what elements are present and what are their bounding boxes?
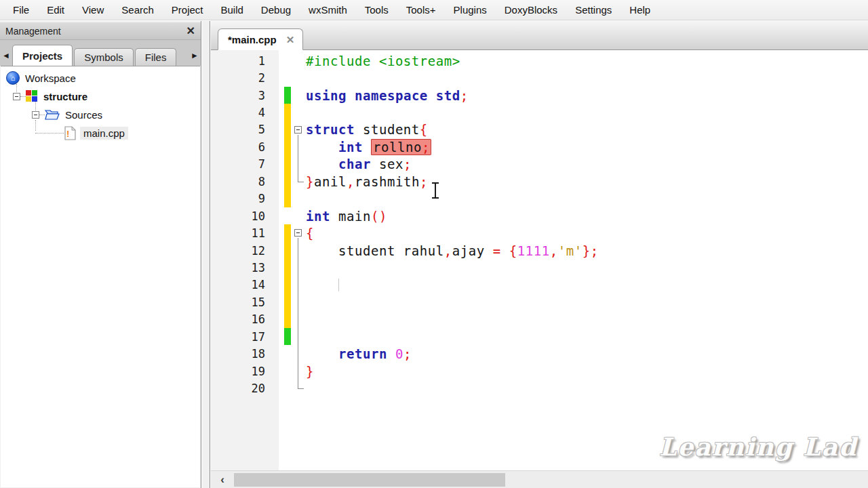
menu-item-file[interactable]: File (4, 1, 38, 18)
code-line-11[interactable]: 11{ (211, 224, 868, 241)
code-token: , (444, 243, 452, 258)
code-line-3[interactable]: 3using namespace std; (211, 87, 868, 104)
code-token: { (306, 226, 314, 241)
menu-item-tools-[interactable]: Tools+ (397, 1, 445, 18)
line-number[interactable]: 7 (211, 157, 279, 171)
line-number[interactable]: 5 (211, 123, 279, 136)
code-line-9[interactable]: 9 (211, 190, 868, 207)
tab-scroll-left-icon[interactable]: ◄ (0, 45, 12, 66)
code-line-8[interactable]: 8}anil,rashmith; (211, 173, 868, 190)
code-line-19[interactable]: 19} (211, 363, 868, 380)
line-number[interactable]: 3 (211, 89, 279, 102)
code-line-2[interactable]: 2 (211, 69, 868, 86)
code-line-4[interactable]: 4 (211, 104, 868, 121)
menu-item-view[interactable]: View (73, 1, 113, 18)
code-line-7[interactable]: 7 char sex; (211, 156, 868, 173)
change-bar-none (284, 345, 291, 362)
fold-margin (291, 242, 306, 259)
line-number[interactable]: 11 (211, 226, 279, 240)
tab-symbols[interactable]: Symbols (74, 48, 134, 66)
change-bar-yellow (284, 224, 291, 241)
line-number[interactable]: 10 (211, 209, 279, 223)
scroll-left-arrow-icon[interactable]: ‹ (214, 471, 231, 488)
code-line-14[interactable]: 14 (211, 277, 868, 293)
code-token: 1111 (517, 243, 550, 258)
menu-item-settings[interactable]: Settings (566, 1, 620, 18)
fold-collapse-icon[interactable] (294, 229, 302, 237)
code-line-6[interactable]: 6 int rollno; (211, 138, 868, 155)
code-area[interactable]: 1#include <iostream>23using namespace st… (211, 50, 868, 470)
tab-files-label: Files (145, 52, 167, 63)
menu-item-edit[interactable]: Edit (38, 1, 73, 18)
line-number[interactable]: 14 (211, 278, 279, 291)
code-line-15[interactable]: 15 (211, 293, 868, 310)
tree-item-file-main-cpp[interactable]: ! main.cpp (64, 125, 128, 140)
menu-item-project[interactable]: Project (163, 1, 212, 18)
fold-margin (291, 52, 306, 69)
line-number[interactable]: 9 (211, 192, 279, 205)
code-text: using namespace std; (306, 88, 469, 103)
tree-item-folder-sources[interactable]: Sources (45, 107, 102, 122)
menu-item-help[interactable]: Help (620, 1, 659, 18)
menu-item-search[interactable]: Search (113, 1, 163, 18)
tab-close-icon[interactable]: ✕ (286, 35, 295, 45)
tab-files[interactable]: Files (135, 48, 177, 66)
code-token: rashmith (355, 174, 420, 189)
line-number[interactable]: 4 (211, 106, 279, 119)
menu-item-debug[interactable]: Debug (252, 1, 300, 18)
fold-margin (291, 363, 306, 380)
tab-scroll-right-icon[interactable]: ► (189, 45, 201, 66)
line-number[interactable]: 19 (211, 365, 279, 378)
code-line-18[interactable]: 18 return 0; (211, 345, 868, 362)
panel-splitter[interactable] (202, 21, 210, 488)
code-token (306, 346, 338, 361)
menu-item-tools[interactable]: Tools (356, 1, 397, 18)
menu-bar: FileEditViewSearchProjectBuildDebugwxSmi… (0, 0, 868, 20)
code-line-1[interactable]: 1#include <iostream> (211, 52, 868, 69)
collapse-toggle-sources[interactable] (32, 111, 39, 119)
line-number[interactable]: 13 (211, 261, 279, 274)
code-line-10[interactable]: 10int main() (211, 207, 868, 224)
ibeam-cursor-icon (431, 182, 440, 199)
fold-margin (291, 345, 306, 362)
fold-margin (291, 207, 306, 224)
line-number[interactable]: 15 (211, 296, 279, 309)
change-bar-yellow (284, 277, 291, 293)
scrollbar-thumb[interactable] (234, 473, 505, 487)
line-number[interactable]: 12 (211, 244, 279, 258)
tree-connector (39, 115, 45, 115)
editor-pane: *main.cpp ✕ 1#include <iostream>23using … (211, 20, 868, 488)
fold-collapse-icon[interactable] (294, 126, 302, 134)
tree-item-project-structure[interactable]: structure (26, 89, 87, 104)
line-number[interactable]: 18 (211, 347, 279, 361)
code-line-13[interactable]: 13 (211, 259, 868, 276)
code-token (501, 243, 509, 258)
menu-item-plugins[interactable]: Plugins (445, 1, 496, 18)
menu-item-wxsmith[interactable]: wxSmith (300, 1, 356, 18)
line-number[interactable]: 2 (211, 71, 279, 85)
code-line-20[interactable]: 20 (211, 380, 868, 396)
code-line-12[interactable]: 12 student rahul,ajay = {1111,'m'}; (211, 242, 868, 259)
code-line-5[interactable]: 5struct student{ (211, 121, 868, 138)
tree-connector (35, 133, 64, 134)
code-token (387, 346, 395, 361)
line-number[interactable]: 8 (211, 175, 279, 188)
change-bar-yellow (284, 242, 291, 259)
line-number[interactable]: 17 (211, 330, 279, 344)
line-number[interactable]: 6 (211, 140, 279, 154)
tab-projects[interactable]: Projects (12, 45, 73, 66)
menu-item-build[interactable]: Build (212, 1, 252, 18)
horizontal-scrollbar[interactable]: ‹ (211, 470, 868, 488)
code-line-17[interactable]: 17 (211, 328, 868, 345)
editor-tab-main-cpp[interactable]: *main.cpp ✕ (218, 28, 303, 50)
menu-item-doxyblocks[interactable]: DoxyBlocks (496, 1, 566, 18)
line-number[interactable]: 16 (211, 312, 279, 326)
line-number[interactable]: 1 (211, 54, 279, 68)
change-bar-yellow (284, 293, 291, 310)
code-token: , (347, 174, 355, 189)
collapse-toggle-structure[interactable] (13, 93, 20, 100)
code-line-16[interactable]: 16 (211, 311, 868, 328)
tree-item-workspace[interactable]: ⌂ Workspace (6, 70, 76, 85)
line-number[interactable]: 20 (211, 382, 279, 395)
close-icon[interactable]: ✕ (186, 26, 195, 37)
